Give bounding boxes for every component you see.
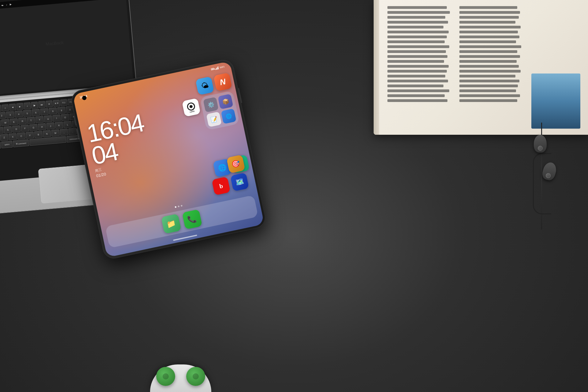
tws-case [150,364,211,392]
dock-phone-icon[interactable]: 📞 [182,209,202,229]
page-dot-3 [181,205,183,207]
battery-icon [211,68,214,70]
dock-files-icon[interactable]: 📁 [161,214,181,234]
tws-earbud-left [156,367,175,386]
wired-earphones [502,123,557,276]
phone-clock-widget: 16:04 04 周三 01/20 [85,111,152,178]
book-image [531,74,580,129]
app-icon-deepblue[interactable]: 🗺️ [230,172,249,191]
earphone-cable-curve [533,153,551,214]
folder-notes-icon: 📝 [206,111,222,127]
app-icon-arrow[interactable]: 🎯 [226,155,245,174]
book [374,0,588,135]
mac-menu-bar:  app ( S ☼ ◂▸ ♪ ▶ [0,0,126,11]
tws-earbud-right [186,367,205,386]
phone-case: 16:04 WiFi [70,58,267,260]
book-content [380,0,588,135]
app-icon-lens[interactable]: LENS [182,98,201,117]
app-icon-n[interactable]: N [213,73,232,92]
earphone-bud-1 [534,135,547,153]
phone-screen: 16:04 WiFi [73,61,264,257]
smartphone: 16:04 WiFi [70,58,267,260]
folder-cube-icon: 📦 [218,94,233,109]
page-dot-1 [175,206,176,208]
book-text-left [387,6,453,129]
book-text-right [459,6,525,129]
book-spine [374,0,379,135]
tws-earphones [141,337,221,392]
option-key: option [1,141,13,148]
app-icon-weather[interactable]: 🌤 [195,76,214,95]
laptop-screen-placeholder: MacBook [46,40,64,47]
phone-app-area: 🌤 N LENS [178,73,240,134]
app-folder[interactable]: ⚙️ 📦 📝 🌐 [200,90,239,130]
folder-blue-icon: 🌐 [221,108,236,124]
page-dot-2 [178,205,179,207]
folder-settings-icon: ⚙️ [203,97,219,112]
phone-status-icons: WiFi [211,65,225,71]
app-icon-beats[interactable]: b [212,176,231,195]
signal-icon [215,66,219,70]
wifi-icon: WiFi [219,65,225,69]
